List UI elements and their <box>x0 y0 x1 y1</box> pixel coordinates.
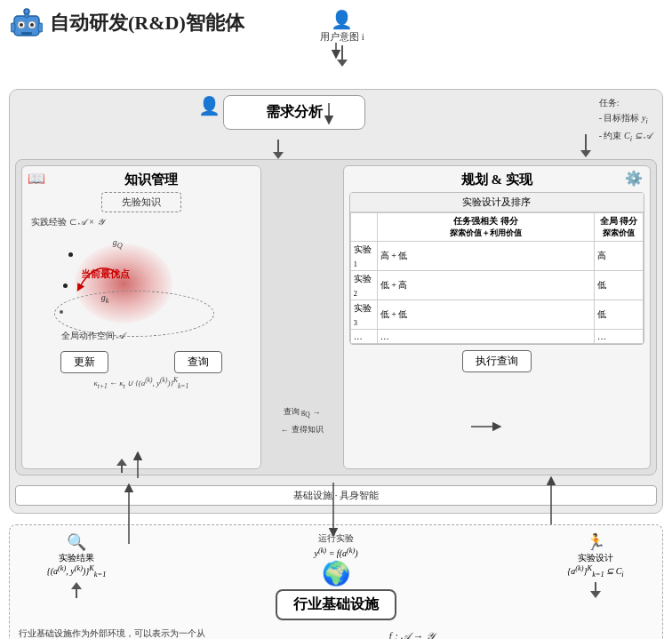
run-exp-label: 运行实验 <box>318 532 354 545</box>
query-button[interactable]: 查询 <box>174 351 222 373</box>
globe-icon: 🌍 <box>322 560 350 587</box>
query-knowledge-row: ← 查得知识 <box>281 424 324 435</box>
row3-name: 实验3 <box>350 300 377 330</box>
knowledge-title: 知识管理 <box>47 172 255 188</box>
formula-f: f : 𝒜 → 𝒴 <box>389 626 653 639</box>
exp-table-wrapper: 实验设计及排序 任务强相关 得分 探索价值＋利用价值 全局 得分 <box>349 192 644 345</box>
exp-design-formula: {a(k)}Kk=1 ⊆ Ci <box>567 564 623 579</box>
user-intent: 👤 用户意图 i <box>320 9 364 67</box>
main-container: 自动研发(R&D)智能体 👤 用户意图 i 需求分析 👤 任务: - 目标指标 … <box>0 0 672 639</box>
needs-analysis-box: 需求分析 <box>223 95 365 130</box>
row2-score: 低 + 高 <box>377 271 594 300</box>
exp-table: 任务强相关 得分 探索价值＋利用价值 全局 得分 探索价值 <box>350 212 644 344</box>
exp-table-header: 实验设计及排序 <box>350 193 644 212</box>
row1-name: 实验1 <box>350 242 377 271</box>
table-row: 实验3 低 + 低 低 <box>350 300 643 330</box>
knowledge-panel: 📖 知识管理 先验知识 实践经验 ⊂ 𝒜 × 𝒴 <box>21 165 261 469</box>
run-exp-formula: y(k) = f(a(k)) <box>314 547 357 558</box>
row2-name: 实验2 <box>350 271 377 300</box>
left-arrow-up <box>71 582 82 598</box>
col-exp <box>350 213 377 242</box>
label-gQ: gQ <box>113 237 123 250</box>
svg-rect-8 <box>11 23 15 32</box>
table-row: 实验1 高 + 低 高 <box>350 242 643 271</box>
right-arrow-down <box>590 582 601 598</box>
tasks-to-planning-arrow <box>580 134 591 157</box>
row3-score: 低 + 低 <box>377 300 594 330</box>
knowledge-visual: gQ 当前最优点 gk 全局动作空间 𝒜 <box>52 230 230 346</box>
robot-icon <box>11 7 43 39</box>
industry-desc-row: 行业基础设施作为外部环境，可以表示为一个从 动作空间(实验设计) 到 评估指标(… <box>19 626 653 639</box>
search-icon: 🔍 <box>67 532 86 552</box>
label-current: 当前最优点 <box>81 268 130 281</box>
row1-global: 高 <box>595 242 644 271</box>
row2-global: 低 <box>595 271 644 300</box>
prior-knowledge: 先验知识 <box>101 192 181 212</box>
col-global-score: 全局 得分 探索价值 <box>595 213 644 242</box>
exp-design-label: 实验设计 <box>578 552 613 564</box>
table-row: 实验2 低 + 高 低 <box>350 271 643 300</box>
task-item-1: - 目标指标 yi <box>599 113 648 123</box>
dot-3 <box>60 310 63 314</box>
needs-to-inner-arrow <box>273 140 284 159</box>
planning-icon: ⚙️ <box>625 170 643 187</box>
query-gQ-label: 查询 gQ <box>284 406 310 419</box>
row1-score: 高 + 低 <box>377 242 594 271</box>
industry-left: 🔍 实验结果 {(a(k), y(k))}Kk=1 <box>19 532 134 598</box>
industry-desc-right: f : 𝒜 → 𝒴 𝒜 = 𝒟 × ℳ × ℰ 𝒴 = ℝNy <box>363 626 653 639</box>
page-title: 自动研发(R&D)智能体 <box>50 10 244 36</box>
industry-section: 🔍 实验结果 {(a(k), y(k))}Kk=1 运行实验 y(k) = f(… <box>9 524 663 639</box>
task-item-2: - 约束 Ci ⊆ 𝒜 <box>599 131 652 140</box>
dot-2 <box>63 284 68 288</box>
industry-main-btn: 行业基础设施 <box>276 589 396 620</box>
row4-global: … <box>595 330 644 344</box>
col-task-score: 任务强相关 得分 探索价值＋利用价值 <box>377 213 594 242</box>
execute-query-wrapper: 执行查询 <box>349 350 644 372</box>
svg-point-3 <box>20 23 23 27</box>
tasks-box: 任务: - 目标指标 yi - 约束 Ci ⊆ 𝒜 <box>599 95 652 146</box>
row4-score: … <box>377 330 594 344</box>
btn-row: 更新 查询 <box>28 351 255 373</box>
row3-global: 低 <box>595 300 644 330</box>
label-gk: gk <box>101 292 109 305</box>
industry-top-row: 🔍 实验结果 {(a(k), y(k))}Kk=1 运行实验 y(k) = f(… <box>19 532 653 620</box>
query-gQ-row: 查询 gQ → <box>284 406 321 419</box>
planning-panel: ⚙️ 规划 & 实现 实验设计及排序 任务强相关 得分 探索价值＋利用价值 <box>343 165 651 469</box>
query-knowledge-label: 查得知识 <box>292 424 324 435</box>
knowledge-icon: 📖 <box>28 170 45 187</box>
top-section: 需求分析 👤 任务: - 目标指标 yi - 约束 Ci ⊆ 𝒜 📖 知识管理 <box>9 89 663 514</box>
up-arrow-left <box>116 459 127 473</box>
runner-icon: 🏃 <box>586 532 605 552</box>
middle-arrows: 查询 gQ → ← 查得知识 <box>267 165 338 469</box>
execute-query-button[interactable]: 执行查询 <box>462 350 532 372</box>
update-button[interactable]: 更新 <box>60 351 108 373</box>
needs-analysis-title: 需求分析 <box>266 104 323 119</box>
industry-desc-left: 行业基础设施作为外部环境，可以表示为一个从 动作空间(实验设计) 到 评估指标(… <box>19 626 363 639</box>
practical-exp: 实践经验 ⊂ 𝒜 × 𝒴 <box>31 216 255 228</box>
industry-right: 🏃 实验设计 {a(k)}Kk=1 ⊆ Ci <box>538 532 653 598</box>
bottom-bar: 基础设施 · 具身智能 <box>15 485 657 506</box>
update-formula: κt+1 ← κt ∪ {(a(k), y(k))}Kk=1 <box>28 376 255 390</box>
svg-point-7 <box>24 9 29 14</box>
down-arrow-user <box>341 45 343 60</box>
tasks-label: 任务: <box>599 98 620 108</box>
industry-center: 运行实验 y(k) = f(a(k)) 🌍 行业基础设施 <box>276 532 396 620</box>
inner-section: 📖 知识管理 先验知识 实践经验 ⊂ 𝒜 × 𝒴 <box>15 159 657 475</box>
planning-title: 规划 & 实现 <box>349 172 644 188</box>
exp-results-formula: {(a(k), y(k))}Kk=1 <box>47 564 107 579</box>
person-icon: 👤 <box>198 95 220 116</box>
dot-1 <box>68 252 73 257</box>
exp-results-label: 实验结果 <box>59 552 94 564</box>
arrow-down-user <box>337 60 348 67</box>
exp-table-body: 实验1 高 + 低 高 实验2 低 + 高 低 实验3 <box>350 242 643 344</box>
action-space-label: 全局动作空间 𝒜 <box>61 330 125 342</box>
user-intent-label: 用户意图 i <box>320 30 364 44</box>
svg-rect-9 <box>38 23 43 32</box>
svg-point-4 <box>30 23 34 27</box>
svg-rect-5 <box>21 32 32 35</box>
user-intent-icon: 👤 <box>331 9 353 30</box>
row4-name: … <box>350 330 377 344</box>
table-row: … … … <box>350 330 643 344</box>
